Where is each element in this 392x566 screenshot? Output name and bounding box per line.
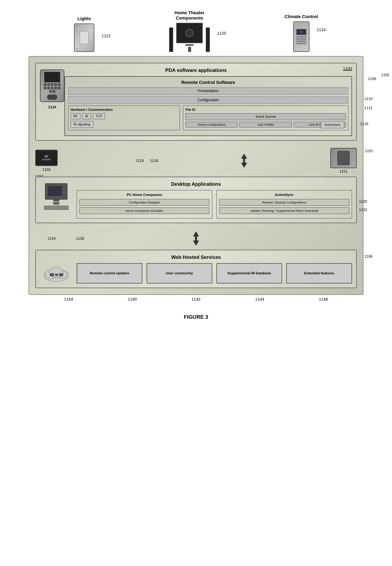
svg-rect-9 bbox=[55, 274, 58, 276]
desktop-web-transfer-arrows bbox=[188, 230, 204, 247]
pda-section-title: PDA software applications bbox=[40, 68, 352, 73]
transfer-arrows bbox=[236, 152, 252, 169]
home-theater-ref: 1120 bbox=[217, 31, 226, 36]
svg-marker-3 bbox=[193, 237, 199, 246]
user-community-box: User community bbox=[146, 263, 212, 284]
ref-1136: 1136 bbox=[76, 236, 84, 241]
pc-monitor bbox=[45, 183, 68, 200]
climate-label: Climate Control bbox=[285, 14, 318, 19]
rf-btn: RF bbox=[70, 113, 81, 119]
pda-ref-label: 1114 bbox=[48, 105, 56, 109]
svg-rect-8 bbox=[50, 273, 54, 276]
rc-bottom-row: Hardware / Communication RF IR TCP IR si… bbox=[68, 106, 348, 130]
pda-screen bbox=[44, 72, 60, 83]
svg-marker-1 bbox=[241, 160, 247, 168]
right-ref-1102: 1102 bbox=[381, 73, 389, 77]
lights-image: e s bbox=[74, 23, 94, 52]
desktop-section: Desktop Applications PC Home Companion bbox=[35, 177, 357, 223]
service-ref-1142: 1142 bbox=[192, 297, 201, 302]
web-section: Web Hosted Services bbox=[35, 250, 357, 288]
file-io-title: File IO bbox=[185, 108, 346, 112]
config-designer-box: Configuration Designer bbox=[80, 199, 210, 206]
pc-home-companion-title: PC Home Companion bbox=[80, 193, 210, 197]
service-ref-1144: 1144 bbox=[255, 297, 265, 302]
ref-1112: 1112 bbox=[364, 106, 372, 110]
ir-btn: IR bbox=[82, 113, 91, 119]
cloud-svg bbox=[42, 263, 70, 284]
climate-device: Climate Control 88 1124 bbox=[285, 14, 318, 52]
pda-buttons bbox=[42, 83, 62, 93]
web-section-ref: 1106 bbox=[364, 254, 372, 259]
top-devices: Lights e s 1122 Home Theater Components bbox=[16, 4, 376, 56]
home-companion-emulator-box: Home Companion Emulator bbox=[80, 207, 210, 214]
ref-1134: 1134 bbox=[47, 236, 56, 241]
ref-1116: 1116 bbox=[360, 122, 368, 126]
lights-ref: 1122 bbox=[102, 34, 111, 38]
ref-1132: 1132 bbox=[359, 208, 367, 212]
cloud-container bbox=[42, 263, 70, 284]
device-config-box: Device Configurations bbox=[185, 122, 238, 127]
remote-control-updates-box: Remote control updates bbox=[77, 263, 142, 284]
lights-label: Lights bbox=[77, 16, 91, 21]
pda-section: PDA software applications 1100 1114 bbox=[35, 63, 357, 141]
configuration-bar: Configuration 1110 bbox=[68, 96, 348, 104]
desktop-section-title: Desktop Applications bbox=[40, 181, 352, 187]
main-diagram: PDA software applications 1100 1114 bbox=[28, 56, 364, 295]
ir-signaling-box: IR signaling bbox=[70, 121, 93, 128]
right-refs: 1102 bbox=[381, 57, 389, 77]
figure-caption: FIGURE 3 bbox=[16, 310, 376, 324]
remote-control-box: Remote Control Software Presentation 110… bbox=[64, 76, 352, 136]
event-journal-box: Event Journal bbox=[185, 113, 346, 120]
protocol-row: RF IR TCP bbox=[70, 113, 178, 119]
climate-display: 88 bbox=[296, 29, 307, 35]
pda-device-image bbox=[40, 69, 64, 102]
svg-rect-10 bbox=[59, 273, 63, 276]
pc-device-image bbox=[40, 183, 72, 210]
presentation-bar: Presentation 1108 bbox=[68, 87, 348, 95]
bottom-web-refs: 1154 1140 1142 1144 1146 bbox=[16, 295, 376, 304]
home-theater-device: Home Theater Components 1120 bbox=[169, 10, 210, 52]
climate-buttons bbox=[296, 36, 307, 44]
arrows-left-label: 1119 bbox=[136, 159, 144, 163]
arrows-mid-label: 1118 bbox=[150, 159, 158, 163]
ref-1110: 1110 bbox=[364, 97, 372, 101]
hw-comm-box: Hardware / Communication RF IR TCP IR si… bbox=[68, 106, 180, 130]
web-inner: Remote control updates User community Su… bbox=[42, 263, 352, 284]
user-profiles-box: User Profiles bbox=[239, 122, 292, 127]
pda-activesync-box: ActiveSync 1116 bbox=[321, 121, 344, 128]
cloud-ref-label: 1154 bbox=[64, 297, 73, 302]
update-checking-box: Update Checking / Supplemental Patch Dow… bbox=[219, 207, 349, 214]
ref-1108: 1108 bbox=[368, 77, 376, 81]
page-container: Lights e s 1122 Home Theater Components bbox=[0, 0, 392, 328]
tcp-btn: TCP bbox=[93, 113, 105, 119]
lights-device: Lights e s 1122 bbox=[74, 16, 94, 52]
restore-backup-box: Restore / Backup Configurations 1130 bbox=[219, 199, 349, 206]
pc-home-companion-box: PC Home Companion Configuration Designer… bbox=[77, 190, 212, 219]
supplemental-ir-db-box: Supplemental IR Database bbox=[216, 263, 282, 284]
ref-1151: 1151 bbox=[365, 149, 373, 153]
desktop-activesync-title: ActiveSync bbox=[219, 193, 349, 197]
cradle-ref: 1151 bbox=[339, 169, 348, 174]
rf-module-ref: 1150 bbox=[42, 168, 51, 172]
rf-module-image: RF module bbox=[35, 150, 58, 166]
rc-software-title: Remote Control Software bbox=[68, 80, 348, 85]
web-section-title: Web Hosted Services bbox=[40, 254, 352, 260]
service-ref-1146: 1146 bbox=[319, 297, 328, 302]
extended-features-box: Extended features bbox=[286, 263, 352, 284]
home-theater-label: Home Theater Components bbox=[171, 10, 208, 21]
climate-image: 88 bbox=[293, 21, 309, 52]
cradle-image bbox=[330, 148, 357, 168]
middle-section: RF module 1150 1119 1118 bbox=[35, 145, 357, 177]
desktop-web-arrows: 1134 1136 bbox=[35, 227, 357, 250]
service-ref-1140: 1140 bbox=[128, 297, 137, 302]
pc-keyboard bbox=[44, 206, 69, 210]
ref-1130: 1130 bbox=[359, 199, 367, 204]
hw-comm-title: Hardware / Communication bbox=[70, 108, 178, 112]
desktop-activesync-box: ActiveSync Restore / Backup Configuratio… bbox=[216, 190, 352, 219]
pda-ref: 1100 bbox=[343, 66, 352, 71]
desktop-inner: PC Home Companion Configuration Designer… bbox=[77, 190, 352, 219]
climate-ref: 1124 bbox=[317, 28, 326, 32]
